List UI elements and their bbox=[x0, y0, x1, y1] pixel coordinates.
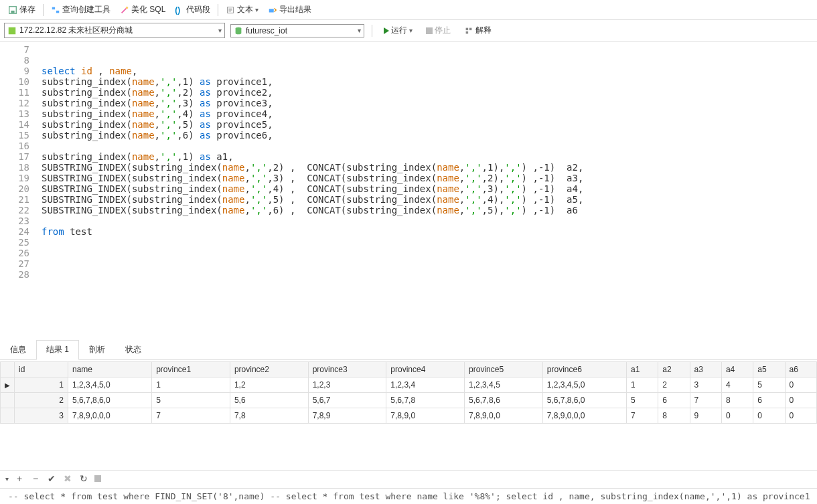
tab-result1[interactable]: 结果 1 bbox=[36, 340, 79, 360]
save-button[interactable]: 保存 bbox=[4, 2, 40, 17]
col-header[interactable]: a2 bbox=[658, 362, 690, 377]
explain-icon bbox=[464, 26, 473, 35]
export-label: 导出结果 bbox=[279, 4, 311, 15]
separator bbox=[218, 4, 218, 16]
save-icon bbox=[8, 5, 17, 15]
col-header[interactable]: a6 bbox=[785, 362, 816, 377]
connection-icon bbox=[7, 26, 17, 35]
chevron-down-icon: ▾ bbox=[358, 27, 361, 34]
svg-point-4 bbox=[126, 6, 129, 9]
separator bbox=[372, 25, 372, 37]
stop-label: 停止 bbox=[435, 25, 451, 36]
database-icon bbox=[234, 26, 243, 35]
query-builder-icon bbox=[51, 5, 60, 15]
separator bbox=[43, 4, 44, 16]
tab-profile[interactable]: 剖析 bbox=[79, 340, 115, 359]
explain-button[interactable]: 解释 bbox=[460, 23, 496, 37]
query-builder-button[interactable]: 查询创建工具 bbox=[47, 2, 115, 17]
parens-icon: () bbox=[175, 5, 184, 15]
export-button[interactable]: 导出结果 bbox=[264, 2, 315, 17]
col-header[interactable]: a5 bbox=[753, 362, 785, 377]
snippets-label: 代码段 bbox=[186, 4, 210, 15]
text-button[interactable]: 文本 ▾ bbox=[222, 2, 263, 17]
explain-label: 解释 bbox=[475, 25, 492, 36]
text-icon bbox=[226, 5, 235, 15]
beautify-label: 美化 SQL bbox=[131, 4, 165, 15]
stop-button: 停止 bbox=[422, 23, 455, 37]
svg-rect-10 bbox=[469, 27, 472, 30]
database-text: futuresc_iot bbox=[246, 26, 355, 35]
svg-rect-11 bbox=[466, 31, 469, 33]
wand-icon bbox=[120, 5, 129, 15]
connection-bar: 172.22.12.82 未来社区积分商城 ▾ futuresc_iot ▾ 运… bbox=[0, 20, 817, 41]
chevron-down-icon: ▾ bbox=[409, 27, 413, 34]
database-selector[interactable]: futuresc_iot ▾ bbox=[230, 24, 364, 37]
svg-rect-9 bbox=[466, 27, 469, 30]
svg-rect-7 bbox=[9, 27, 16, 34]
col-header[interactable]: province3 bbox=[308, 362, 386, 377]
svg-rect-3 bbox=[56, 10, 59, 13]
table-row[interactable]: 25,6,7,8,6,055,65,6,75,6,7,85,6,7,8,65,6… bbox=[1, 393, 817, 408]
main-toolbar: 保存 查询创建工具 美化 SQL () 代码段 文本 ▾ 导出结果 bbox=[0, 0, 817, 20]
stop-icon bbox=[426, 27, 433, 34]
tab-info[interactable]: 信息 bbox=[0, 340, 36, 359]
connection-text: 172.22.12.82 未来社区积分商城 bbox=[19, 25, 216, 36]
table-row[interactable]: 37,8,9,0,0,077,87,8,97,8,9,07,8,9,0,07,8… bbox=[1, 408, 817, 424]
tab-status[interactable]: 状态 bbox=[115, 340, 151, 359]
col-header[interactable]: province2 bbox=[230, 362, 308, 377]
connection-selector[interactable]: 172.22.12.82 未来社区积分商城 ▾ bbox=[4, 23, 225, 38]
result-grid[interactable]: idnameprovince1province2province3provinc… bbox=[0, 361, 817, 424]
result-tabs: 信息 结果 1 剖析 状态 bbox=[0, 340, 817, 360]
beautify-button[interactable]: 美化 SQL bbox=[116, 2, 169, 17]
play-icon bbox=[384, 27, 389, 34]
col-header[interactable]: province1 bbox=[152, 362, 230, 377]
col-header[interactable]: province5 bbox=[465, 362, 543, 377]
text-label: 文本 bbox=[237, 4, 253, 15]
col-header[interactable]: a1 bbox=[626, 362, 658, 377]
col-header[interactable]: a3 bbox=[690, 362, 721, 377]
col-header[interactable]: province6 bbox=[542, 362, 626, 377]
table-row[interactable]: ▶11,2,3,4,5,011,21,2,31,2,3,41,2,3,4,51,… bbox=[1, 377, 817, 393]
svg-rect-1 bbox=[11, 10, 14, 13]
col-header[interactable]: name bbox=[68, 362, 152, 377]
sql-editor[interactable]: 789select id , name,10substring_index(na… bbox=[0, 41, 817, 336]
query-builder-label: 查询创建工具 bbox=[62, 4, 110, 15]
svg-rect-2 bbox=[52, 7, 55, 9]
chevron-down-icon: ▾ bbox=[255, 6, 258, 13]
run-button[interactable]: 运行 ▾ bbox=[380, 23, 417, 37]
col-header[interactable]: id bbox=[15, 362, 68, 377]
snippets-button[interactable]: () 代码段 bbox=[171, 2, 214, 17]
export-icon bbox=[268, 5, 277, 15]
col-header[interactable]: province4 bbox=[386, 362, 465, 377]
col-header[interactable]: a4 bbox=[721, 362, 753, 377]
save-label: 保存 bbox=[19, 4, 35, 15]
chevron-down-icon: ▾ bbox=[218, 27, 222, 34]
run-label: 运行 bbox=[391, 25, 407, 36]
svg-rect-6 bbox=[269, 9, 274, 12]
